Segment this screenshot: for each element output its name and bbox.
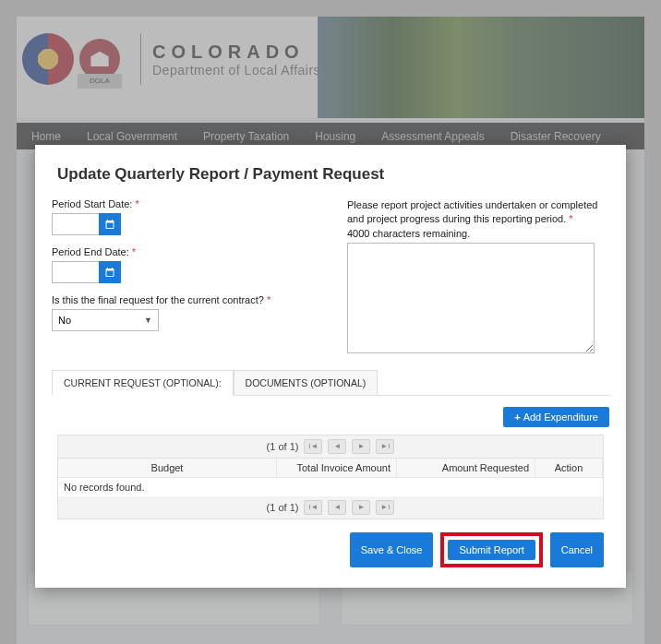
calendar-icon xyxy=(104,267,115,278)
col-action: Action xyxy=(535,459,603,477)
pager-first-icon[interactable]: I◄ xyxy=(304,500,322,515)
activities-textarea[interactable] xyxy=(347,243,595,353)
expenditure-grid: (1 of 1) I◄ ◄ ► ►I Budget Total Invoice … xyxy=(57,435,604,519)
pager-last-icon[interactable]: ►I xyxy=(376,500,394,515)
pager-prev-icon[interactable]: ◄ xyxy=(328,439,346,454)
pager-next-icon[interactable]: ► xyxy=(352,500,370,515)
pager-next-icon[interactable]: ► xyxy=(352,439,370,454)
period-start-calendar-button[interactable] xyxy=(99,213,121,235)
pager-prev-icon[interactable]: ◄ xyxy=(328,500,346,515)
chars-remaining: 4000 characters remaining. xyxy=(347,228,609,239)
col-budget: Budget xyxy=(58,459,277,477)
period-start-input[interactable] xyxy=(52,213,100,235)
pager-first-icon[interactable]: I◄ xyxy=(304,439,322,454)
pager-top: (1 of 1) I◄ ◄ ► ►I xyxy=(58,435,603,458)
submit-report-button[interactable]: Submit Report xyxy=(448,540,535,560)
add-expenditure-button[interactable]: Add Expenditure xyxy=(503,407,609,427)
modal-dialog: Update Quarterly Report / Payment Reques… xyxy=(35,145,626,588)
modal-title: Update Quarterly Report / Payment Reques… xyxy=(46,161,615,198)
period-start-label: Period Start Date: * xyxy=(52,198,329,209)
pager-top-text: (1 of 1) xyxy=(267,441,299,452)
cancel-button[interactable]: Cancel xyxy=(550,532,604,567)
tab-documents[interactable]: DOCUMENTS (OPTIONAL) xyxy=(234,370,379,395)
tab-current-request[interactable]: CURRENT REQUEST (OPTIONAL): xyxy=(52,370,234,396)
period-end-input[interactable] xyxy=(52,261,100,283)
period-end-label: Period End Date: * xyxy=(52,246,329,257)
grid-header-row: Budget Total Invoice Amount Amount Reque… xyxy=(58,458,603,477)
final-request-value: No xyxy=(58,315,71,326)
save-close-button[interactable]: Save & Close xyxy=(350,532,434,567)
footer-button-row: Save & Close Submit Report Cancel xyxy=(46,519,615,567)
pager-bottom: (1 of 1) I◄ ◄ ► ►I xyxy=(58,496,603,519)
activities-instruction: Please report project activities underta… xyxy=(347,198,609,226)
calendar-icon xyxy=(104,219,115,230)
grid-empty-message: No records found. xyxy=(58,477,603,496)
pager-bottom-text: (1 of 1) xyxy=(267,502,299,513)
period-end-calendar-button[interactable] xyxy=(99,261,121,283)
col-total-invoice: Total Invoice Amount xyxy=(277,459,397,477)
chevron-down-icon: ▼ xyxy=(144,316,152,325)
col-amount-requested: Amount Requested xyxy=(397,459,535,477)
pager-last-icon[interactable]: ►I xyxy=(376,439,394,454)
tab-bar: CURRENT REQUEST (OPTIONAL): DOCUMENTS (O… xyxy=(52,370,609,396)
submit-highlight-box: Submit Report xyxy=(440,532,542,567)
final-request-label: Is this the final request for the curren… xyxy=(52,294,329,305)
final-request-select[interactable]: No ▼ xyxy=(52,309,159,331)
